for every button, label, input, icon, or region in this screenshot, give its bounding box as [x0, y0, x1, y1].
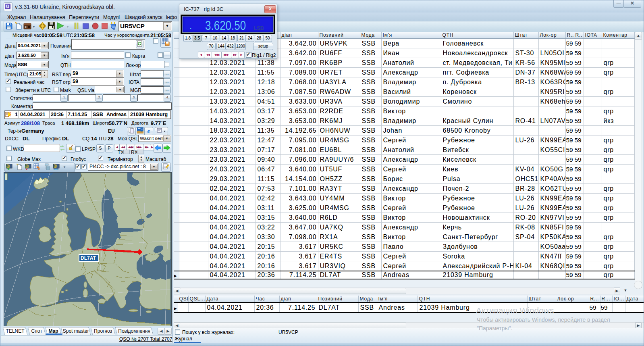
svg-text:NET: NET [54, 166, 57, 168]
svg-text:NET: NET [25, 166, 29, 168]
svg-text:NET: NET [6, 166, 10, 168]
svg-text:DL7AT: DL7AT [81, 255, 96, 261]
